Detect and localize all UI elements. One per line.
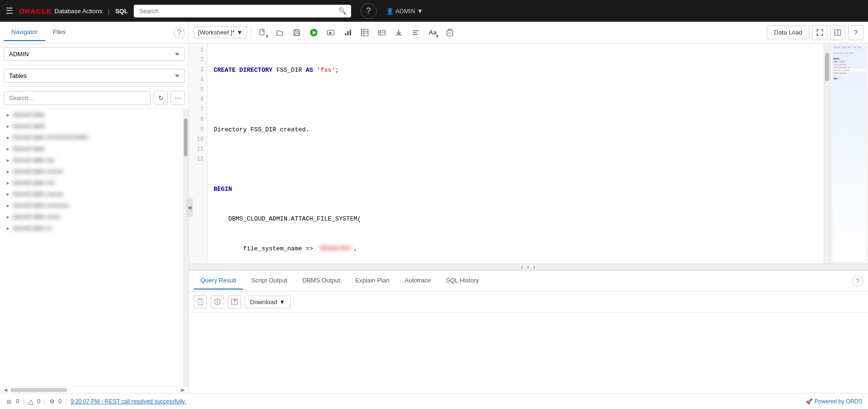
svg-rect-3 xyxy=(295,33,299,35)
worksheet-dropdown[interactable]: [Worksheet ]* ▼ xyxy=(194,26,247,38)
svg-rect-10 xyxy=(350,30,351,35)
minimap-preview: CREATE DIRECTORY FSS_DIR Directory FSS_D… xyxy=(833,45,866,262)
error-icon: ⦻ xyxy=(6,398,12,405)
powered-by-label: Powered by ORDS xyxy=(815,398,862,405)
sidebar-collapse-button[interactable]: ◀ xyxy=(186,198,193,217)
statusbar: ⦻ 0 | △ 0 | ⚙ 0 | 9:20:07 PM - REST call… xyxy=(0,393,868,409)
tab-autotrace[interactable]: Autotrace xyxy=(398,272,438,290)
run-script-button[interactable] xyxy=(323,25,338,40)
tab-explain-plan[interactable]: Explain Plan xyxy=(349,272,396,290)
db-actions-label: Database Actions xyxy=(54,8,102,15)
search-input[interactable] xyxy=(134,5,351,17)
tree-arrow-icon: ► xyxy=(6,214,10,220)
svg-rect-11 xyxy=(361,29,368,36)
code-line-5: BEGIN xyxy=(214,184,818,194)
result-info-button[interactable] xyxy=(211,295,224,308)
warning-count: 0 xyxy=(37,398,41,405)
data-load-button[interactable]: Data Load xyxy=(767,26,809,39)
pipe-sep: | xyxy=(108,8,110,15)
result-download-button[interactable]: Download ▼ xyxy=(245,296,291,308)
list-item[interactable]: ► blurred table xxxxx xyxy=(0,211,183,222)
sidebar-help-button[interactable]: ? xyxy=(173,27,185,38)
tab-query-result[interactable]: Query Result xyxy=(194,272,243,290)
object-type-wrap: Tables xyxy=(0,65,189,87)
tab-dbms-output[interactable]: DBMS Output xyxy=(296,272,347,290)
delete-button[interactable] xyxy=(442,25,457,40)
list-item[interactable]: ► blurred table XXXXXXXXXRS xyxy=(0,132,183,143)
dropdown-arrow-icon: ▼ xyxy=(435,34,439,39)
resize-handle[interactable]: ● ● ● xyxy=(189,264,868,270)
user-menu[interactable]: 👤 ADMIN ▼ xyxy=(386,8,423,15)
chart-button[interactable] xyxy=(340,25,355,40)
hscroll-bar[interactable] xyxy=(10,388,67,392)
menu-icon[interactable]: ☰ xyxy=(6,6,13,16)
sidebar-search-input[interactable] xyxy=(4,91,151,105)
search-icon: 🔍 xyxy=(338,7,346,15)
list-item[interactable]: ► blurred table xxxxxx xyxy=(0,166,183,177)
list-item[interactable]: ► blurred table xxx xyxy=(0,177,183,188)
chevron-down-icon: ▼ xyxy=(237,29,243,36)
new-file-button[interactable]: ▼ xyxy=(255,25,270,40)
dropdown-arrow-icon: ▼ xyxy=(265,34,269,39)
list-item[interactable]: ► blurred table xyxy=(0,143,183,154)
svg-rect-0 xyxy=(260,29,264,35)
format-button[interactable] xyxy=(408,25,423,40)
tab-sql-history[interactable]: SQL History xyxy=(439,272,486,290)
tree-item-label: blurred table xxxxxx xyxy=(13,168,63,175)
save-button[interactable] xyxy=(289,25,304,40)
grid-view-button[interactable] xyxy=(357,25,372,40)
tab-script-output[interactable]: Script Output xyxy=(245,272,294,290)
run-button[interactable] xyxy=(306,25,321,40)
editor-scrollbar[interactable] xyxy=(824,43,830,264)
open-file-button[interactable] xyxy=(272,25,287,40)
sidebar-tree: ► blurred table ► blurred table ► blurre… xyxy=(0,109,183,386)
tree-arrow-icon: ► xyxy=(6,158,10,163)
table-button[interactable] xyxy=(374,25,389,40)
tab-files[interactable]: Files xyxy=(45,24,73,41)
status-message[interactable]: 9:20:07 PM - REST call resolved successf… xyxy=(70,398,186,405)
list-item[interactable]: ► blurred table xyxy=(0,120,183,132)
list-item[interactable]: ► blurred table xx xyxy=(0,222,183,234)
tree-item-label: blurred table xyxy=(13,111,45,118)
rocket-icon: 🚀 xyxy=(806,398,813,405)
result-toolbar: Download ▼ xyxy=(189,291,868,313)
oracle-label: ORACLE xyxy=(19,7,52,15)
more-options-button[interactable]: ⋯ xyxy=(171,91,185,105)
tree-arrow-icon: ► xyxy=(6,124,10,129)
svg-marker-7 xyxy=(329,32,332,34)
list-item[interactable]: ► blurred table xxxxxx xyxy=(0,188,183,200)
font-size-button[interactable]: Aa ▼ xyxy=(425,25,440,40)
editor-help-button[interactable]: ? xyxy=(848,25,863,40)
user-icon: 👤 xyxy=(386,8,394,15)
list-item[interactable]: ► blurred table xyxy=(0,109,183,120)
help-button[interactable]: ? xyxy=(361,3,377,19)
download-toolbar-button[interactable] xyxy=(391,25,406,40)
object-type-selector[interactable]: Tables xyxy=(4,69,185,83)
tree-item-label: blurred table xxx xyxy=(13,179,55,186)
list-item[interactable]: ► blurred table xxxxxxxx xyxy=(0,200,183,211)
editor-code[interactable]: CREATE DIRECTORY FSS_DIR AS 'fss'; Direc… xyxy=(208,43,824,264)
schema-selector[interactable]: ADMIN xyxy=(4,47,185,61)
right-panel: [Worksheet ]* ▼ ▼ xyxy=(189,22,868,393)
hscroll-left-arrow[interactable]: ◀ xyxy=(4,387,8,392)
editor-scroll-thumb xyxy=(825,53,829,81)
svg-rect-9 xyxy=(347,31,349,35)
sidebar-scrollbar[interactable] xyxy=(183,109,189,386)
powered-by[interactable]: 🚀 Powered by ORDS xyxy=(806,398,862,405)
tree-item-label: blurred table xyxy=(13,123,45,129)
result-export-button[interactable] xyxy=(228,295,241,308)
hscroll-right-arrow[interactable]: ▶ xyxy=(181,387,185,392)
chevron-down-icon: ▼ xyxy=(417,8,423,15)
expand-button[interactable] xyxy=(812,25,827,40)
result-delete-button[interactable] xyxy=(194,295,207,308)
refresh-button[interactable]: ↻ xyxy=(154,91,168,105)
result-tab-bar: Query Result Script Output DBMS Output E… xyxy=(189,271,868,291)
editor-gutter: 1 2 3 4 5 6 7 8 9 10 11 12 xyxy=(189,43,208,264)
tab-navigator[interactable]: Navigator xyxy=(4,24,45,41)
sidebar-tree-wrap: ► blurred table ► blurred table ► blurre… xyxy=(0,109,189,386)
split-view-button[interactable] xyxy=(830,25,845,40)
result-help-button[interactable]: ? xyxy=(852,275,863,287)
search-wrap: 🔍 xyxy=(134,5,351,17)
list-item[interactable]: ► blurred table xxx xyxy=(0,154,183,166)
tree-item-label: blurred table xxxxxxxx xyxy=(13,202,69,209)
